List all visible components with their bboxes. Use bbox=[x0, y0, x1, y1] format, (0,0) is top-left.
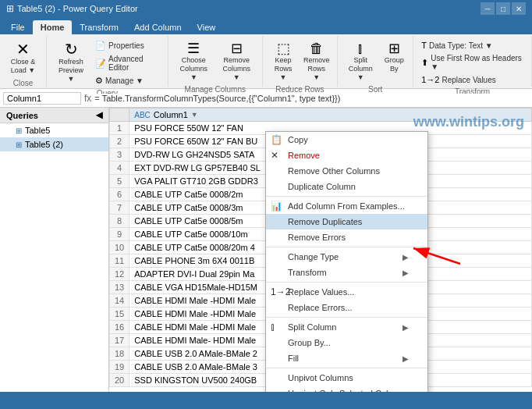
title-text: Table5 (2) - Power Query Editor bbox=[17, 4, 481, 13]
query-item-table5[interactable]: ⊞ Table5 bbox=[0, 123, 108, 137]
refresh-preview-button[interactable]: ↻ RefreshPreview ▼ bbox=[51, 39, 90, 85]
context-menu-item[interactable]: Remove Errors bbox=[266, 229, 427, 245]
context-menu-item[interactable]: Unpivot Columns bbox=[266, 370, 427, 386]
context-item-label: Remove Other Columns bbox=[288, 166, 380, 176]
context-menu-separator bbox=[266, 317, 427, 318]
context-menu-item[interactable]: 📋 Copy bbox=[266, 132, 427, 148]
tab-view[interactable]: View bbox=[190, 20, 224, 34]
query-small-buttons: 📄 Properties 📝 Advanced Editor ⚙ Manage … bbox=[92, 39, 163, 87]
manage-button[interactable]: ⚙ Manage ▼ bbox=[92, 74, 163, 87]
close-button[interactable]: ✕ bbox=[512, 2, 526, 15]
close-load-icon: ✕ bbox=[16, 41, 30, 57]
close-group-content: ✕ Close &Load ▼ bbox=[7, 37, 40, 77]
context-item-label: Add Column From Examples... bbox=[288, 201, 405, 211]
group-by-button[interactable]: ⊞ GroupBy bbox=[380, 39, 408, 76]
remove-rows-button[interactable]: 🗑 RemoveRows ▼ bbox=[300, 39, 332, 84]
context-menu-item[interactable]: Group By... bbox=[266, 335, 427, 350]
submenu-arrow-icon: ▶ bbox=[403, 354, 409, 363]
app-icon: ⊞ bbox=[6, 3, 14, 14]
context-menu-item[interactable]: 📊 Add Column From Examples... bbox=[266, 198, 427, 214]
context-menu-item[interactable]: Duplicate Column bbox=[266, 179, 427, 194]
row-number: 15 bbox=[110, 308, 129, 321]
advanced-editor-label: Advanced Editor bbox=[108, 55, 160, 72]
remove-columns-button[interactable]: ⊟ RemoveColumns ▼ bbox=[216, 39, 257, 84]
remove-rows-label: RemoveRows ▼ bbox=[303, 56, 330, 81]
close-load-button[interactable]: ✕ Close &Load ▼ bbox=[7, 39, 40, 77]
keep-rows-label: KeepRows ▼ bbox=[271, 56, 296, 81]
query-table5-2-icon: ⊞ bbox=[16, 140, 22, 149]
context-menu-item[interactable]: Remove Other Columns bbox=[266, 163, 427, 179]
sort-group-label: Sort bbox=[368, 84, 382, 94]
col-name: Column1 bbox=[154, 110, 188, 119]
context-item-label: Transform bbox=[288, 268, 327, 277]
group-by-icon: ⊞ bbox=[388, 41, 400, 55]
queries-header: Queries ◀ bbox=[0, 108, 108, 123]
split-column-button[interactable]: ⫿ SplitColumn ▼ bbox=[342, 39, 378, 84]
row-number: 4 bbox=[110, 162, 129, 175]
formula-input[interactable] bbox=[94, 94, 529, 103]
context-menu-separator bbox=[266, 247, 427, 247]
row-number: 14 bbox=[110, 294, 129, 308]
title-controls: ─ □ ✕ bbox=[481, 2, 526, 15]
col-dropdown-icon[interactable]: ▼ bbox=[191, 111, 198, 119]
ribbon-group-transform: T Data Type: Text ▼ ⬆ Use First Row as H… bbox=[413, 36, 532, 87]
tab-transform[interactable]: Transform bbox=[72, 20, 126, 34]
use-first-row-button[interactable]: ⬆ Use First Row as Headers ▼ bbox=[418, 52, 527, 73]
data-type-label: Data Type: Text ▼ bbox=[429, 41, 493, 50]
formula-fx-icon: fx bbox=[84, 93, 91, 104]
context-menu-item[interactable]: Fill ▶ bbox=[266, 350, 427, 366]
remove-columns-label: RemoveColumns ▼ bbox=[220, 56, 254, 81]
context-menu-item[interactable]: Unpivot Only Selected Columns bbox=[266, 386, 427, 392]
main-area: Queries ◀ ⊞ Table5 ⊞ Table5 (2) ABC Colu… bbox=[0, 108, 532, 392]
row-number: 11 bbox=[110, 254, 129, 268]
ribbon: ✕ Close &Load ▼ Close ↻ RefreshPreview ▼… bbox=[0, 34, 532, 89]
formula-name-box[interactable] bbox=[3, 92, 81, 105]
row-number: 17 bbox=[110, 334, 129, 347]
tab-home[interactable]: Home bbox=[33, 20, 73, 34]
context-menu-item[interactable]: Remove Duplicates bbox=[266, 214, 427, 229]
queries-panel: Queries ◀ ⊞ Table5 ⊞ Table5 (2) bbox=[0, 108, 109, 392]
manage-columns-content: ☰ ChooseColumns ▼ ⊟ RemoveColumns ▼ bbox=[173, 37, 257, 84]
advanced-editor-icon: 📝 bbox=[95, 59, 106, 69]
ribbon-group-reduce-rows: ⬚ KeepRows ▼ 🗑 RemoveRows ▼ Reduce Rows bbox=[263, 36, 339, 87]
row-number: 12 bbox=[110, 268, 129, 281]
row-number: 3 bbox=[110, 148, 129, 162]
context-item-icon: 1→2 bbox=[271, 286, 290, 297]
context-menu-item[interactable]: ✕ Remove bbox=[266, 148, 427, 163]
context-menu-item[interactable]: 1→2 Replace Values... bbox=[266, 284, 427, 300]
context-item-label: Remove Duplicates bbox=[288, 217, 362, 226]
title-bar: ⊞ Table5 (2) - Power Query Editor ─ □ ✕ bbox=[0, 0, 532, 17]
context-item-label: Remove Errors bbox=[288, 233, 346, 242]
query-table5-2-label: Table5 (2) bbox=[25, 140, 63, 149]
queries-collapse-icon[interactable]: ◀ bbox=[96, 110, 102, 120]
replace-values-label: Replace Values bbox=[442, 76, 495, 84]
row-number: 6 bbox=[110, 188, 129, 201]
column1-header[interactable]: ABC Column1 ▼ bbox=[129, 108, 532, 122]
context-menu-separator bbox=[266, 368, 427, 368]
context-item-label: Group By... bbox=[288, 338, 331, 347]
data-type-button[interactable]: T Data Type: Text ▼ bbox=[418, 39, 527, 52]
split-column-icon: ⫿ bbox=[357, 41, 364, 55]
advanced-editor-button[interactable]: 📝 Advanced Editor bbox=[92, 53, 163, 73]
row-number: 1 bbox=[110, 122, 129, 135]
choose-columns-icon: ☰ bbox=[187, 41, 200, 55]
context-item-label: Replace Values... bbox=[288, 287, 354, 297]
keep-rows-icon: ⬚ bbox=[277, 41, 290, 55]
tab-file[interactable]: File bbox=[3, 20, 33, 34]
maximize-button[interactable]: □ bbox=[496, 2, 510, 15]
context-menu-item[interactable]: Replace Errors... bbox=[266, 300, 427, 315]
choose-columns-button[interactable]: ☰ ChooseColumns ▼ bbox=[173, 39, 215, 84]
context-menu-item[interactable]: Change Type ▶ bbox=[266, 249, 427, 265]
tab-add-column[interactable]: Add Column bbox=[126, 20, 190, 34]
minimize-button[interactable]: ─ bbox=[481, 2, 495, 15]
replace-values-button[interactable]: 1→2 Replace Values bbox=[418, 73, 527, 86]
context-menu-item[interactable]: ⫿ Split Column ▶ bbox=[266, 319, 427, 335]
row-number: 18 bbox=[110, 347, 129, 361]
context-item-icon: ✕ bbox=[271, 150, 278, 161]
transform-content: T Data Type: Text ▼ ⬆ Use First Row as H… bbox=[418, 37, 527, 86]
context-menu-item[interactable]: Transform ▶ bbox=[266, 265, 427, 280]
properties-button[interactable]: 📄 Properties bbox=[92, 39, 163, 52]
context-menu: 📋 Copy ✕ Remove Remove Other Columns Dup… bbox=[265, 131, 428, 392]
keep-rows-button[interactable]: ⬚ KeepRows ▼ bbox=[268, 39, 300, 84]
query-item-table5-2[interactable]: ⊞ Table5 (2) bbox=[0, 137, 108, 151]
